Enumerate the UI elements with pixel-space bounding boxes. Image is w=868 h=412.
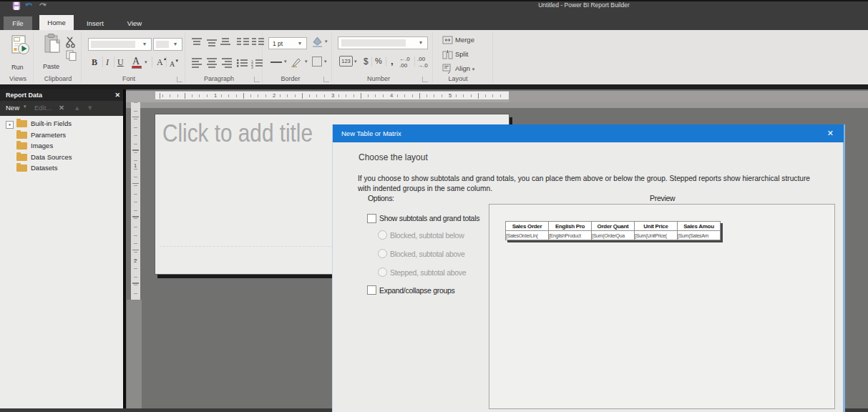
svg-text:3: 3 xyxy=(251,65,253,69)
